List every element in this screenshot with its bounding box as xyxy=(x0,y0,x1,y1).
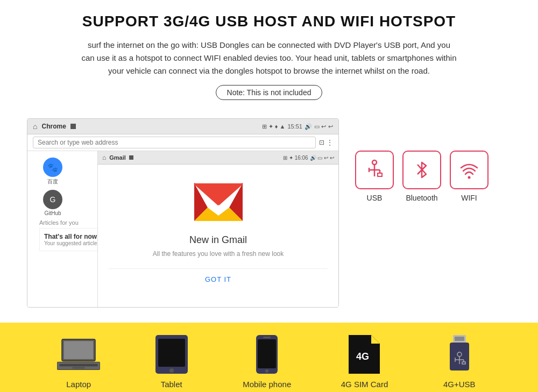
svg-marker-26 xyxy=(371,335,380,344)
gmail-m-svg xyxy=(192,181,245,224)
gmail-body: New in Gmail All the features you love w… xyxy=(98,165,338,301)
svg-rect-24 xyxy=(263,337,271,338)
laptop-label: Laptop xyxy=(66,380,91,389)
note-badge: Note: This is not included xyxy=(216,85,323,100)
chrome-label: Chrome xyxy=(41,123,66,130)
svg-point-12 xyxy=(468,176,471,179)
usb-icon-box xyxy=(355,151,394,189)
gmail-time: 16:06 xyxy=(295,155,308,161)
chrome-bar: ⌂ Chrome ⊞ ✦ ♦ ▲ 15:51 🔊 ▭ ↩ ↩ xyxy=(27,119,338,134)
usb-label: USB xyxy=(367,194,383,202)
subtitle-text: surf the internet on the go with: USB Do… xyxy=(81,39,457,77)
header-section: SUPPORT 3G/4G USB HOST AND WIFI HOTSPOT … xyxy=(0,0,538,118)
github-app: G GitHub xyxy=(39,190,66,216)
tablet-svg xyxy=(155,335,188,374)
main-content: ⌂ Chrome ⊞ ✦ ♦ ▲ 15:51 🔊 ▭ ↩ ↩ ⊡ ⋮ xyxy=(0,118,538,308)
gmail-bar: ⌂ Gmail ⊞ ✦ 16:06 🔊 ▭ ↩ ↩ xyxy=(98,151,338,165)
svg-point-20 xyxy=(169,368,174,373)
usb-drive-svg xyxy=(450,335,469,374)
gmail-stop-icon xyxy=(129,155,133,160)
gmail-home-icon: ⌂ xyxy=(102,154,106,161)
tab-icon: ⊡ xyxy=(319,139,324,146)
usb-drive-item: 4G+USB xyxy=(438,336,481,389)
chrome-status-icons: ⊞ ✦ ♦ ▲ 15:51 🔊 ▭ ↩ ↩ xyxy=(262,123,333,130)
bluetooth-item: Bluetooth xyxy=(402,151,441,202)
usb-drive-label: 4G+USB xyxy=(443,380,476,389)
phone-svg xyxy=(256,335,278,374)
wifi-icon-box xyxy=(450,151,489,189)
usb-svg-icon xyxy=(364,159,385,181)
github-icon: G xyxy=(43,190,62,209)
svg-rect-29 xyxy=(455,337,464,341)
simcard-item: 4G 4G SIM Card xyxy=(341,336,388,389)
addr-icons: ⊡ ⋮ xyxy=(319,139,333,146)
gmail-new-sub: All the features you love with a fresh n… xyxy=(153,250,284,258)
wifi-label: WIFI xyxy=(461,194,477,202)
svg-rect-19 xyxy=(158,339,185,367)
browser-content: 🐾 百度 G GitHub Articles for you That's al… xyxy=(27,151,338,307)
back-icon: ↩ xyxy=(328,123,333,130)
bottom-section: Laptop Tablet Mobile phone xyxy=(0,323,538,392)
address-bar: ⊡ ⋮ xyxy=(27,134,338,151)
gmail-icons: 🔊 ▭ ↩ ↩ xyxy=(310,155,334,161)
usb-drive-icon xyxy=(438,336,481,373)
laptop-svg xyxy=(57,337,100,372)
tablet-label: Tablet xyxy=(161,380,182,389)
chrome-time: 15:51 xyxy=(287,123,302,130)
simcard-icon: 4G xyxy=(343,336,386,373)
tablet-icon xyxy=(150,336,193,373)
gmail-got-it-button[interactable]: GOT IT xyxy=(109,268,328,290)
phone-label: Mobile phone xyxy=(243,380,291,389)
tablet-item: Tablet xyxy=(150,336,193,389)
bluetooth-icon-box xyxy=(402,151,441,189)
svg-rect-14 xyxy=(64,341,94,359)
baidu-app: 🐾 百度 xyxy=(39,158,66,186)
laptop-icon xyxy=(57,336,100,373)
signal-icon: ⊞ ✦ ♦ ▲ xyxy=(262,123,286,130)
svg-rect-22 xyxy=(258,339,276,368)
bluetooth-svg-icon xyxy=(411,159,433,181)
laptop-item: Laptop xyxy=(57,336,100,389)
browser-mockup: ⌂ Chrome ⊞ ✦ ♦ ▲ 15:51 🔊 ▭ ↩ ↩ ⊡ ⋮ xyxy=(27,118,339,308)
gmail-status: ⊞ ✦ 16:06 🔊 ▭ ↩ ↩ xyxy=(283,155,334,161)
baidu-label: 百度 xyxy=(47,178,58,186)
svg-rect-9 xyxy=(378,173,382,176)
github-label: GitHub xyxy=(44,210,61,216)
svg-rect-17 xyxy=(73,367,85,369)
simcard-label: 4G SIM Card xyxy=(341,380,388,389)
simcard-svg: 4G xyxy=(349,335,380,374)
connectivity-panel: USB Bluetooth xyxy=(355,118,511,202)
phone-icon xyxy=(245,336,288,373)
address-input[interactable] xyxy=(33,137,316,148)
chrome-stop-icon xyxy=(70,124,76,129)
wifi-svg-icon xyxy=(458,159,480,181)
baidu-icon: 🐾 xyxy=(43,158,62,177)
svg-point-5 xyxy=(372,160,377,165)
gmail-overlay: ⌂ Gmail ⊞ ✦ 16:06 🔊 ▭ ↩ ↩ xyxy=(97,151,338,307)
usb-item: USB xyxy=(355,151,394,202)
volume-icon: 🔊 xyxy=(305,123,312,130)
gmail-new-title: New in Gmail xyxy=(189,234,247,246)
phone-item: Mobile phone xyxy=(243,336,291,389)
connectivity-icons: USB Bluetooth xyxy=(355,151,489,202)
svg-point-23 xyxy=(265,369,268,373)
gmail-signal-icons: ⊞ ✦ xyxy=(283,155,293,161)
screen-icon: ▭ ↩ xyxy=(314,123,326,130)
svg-text:4G: 4G xyxy=(356,351,369,362)
gmail-label: Gmail xyxy=(109,154,126,161)
svg-rect-16 xyxy=(60,364,98,366)
bluetooth-label: Bluetooth xyxy=(406,194,437,202)
wifi-item: WIFI xyxy=(450,151,489,202)
menu-icon: ⋮ xyxy=(327,139,333,146)
main-title: SUPPORT 3G/4G USB HOST AND WIFI HOTSPOT xyxy=(22,13,516,30)
home-icon: ⌂ xyxy=(33,122,37,131)
